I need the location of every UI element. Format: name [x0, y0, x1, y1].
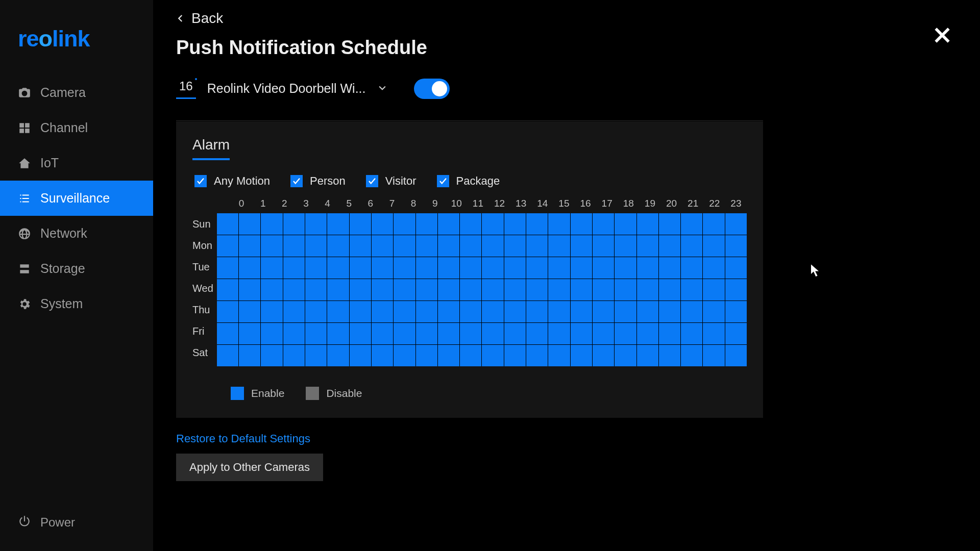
schedule-cell[interactable] — [416, 345, 437, 366]
schedule-cell[interactable] — [460, 213, 481, 235]
check-package[interactable]: Package — [437, 174, 500, 188]
schedule-cell[interactable] — [725, 323, 747, 344]
sidebar-item-surveillance[interactable]: Surveillance — [0, 181, 153, 216]
schedule-cell[interactable] — [659, 235, 680, 257]
schedule-cell[interactable] — [593, 301, 614, 322]
power-button[interactable]: Power — [0, 504, 153, 551]
sidebar-item-iot[interactable]: IoT — [0, 145, 153, 181]
schedule-cell[interactable] — [659, 213, 680, 235]
schedule-cell[interactable] — [725, 213, 747, 235]
schedule-cell[interactable] — [261, 301, 282, 322]
schedule-cell[interactable] — [593, 345, 614, 366]
schedule-cell[interactable] — [571, 257, 592, 279]
schedule-cell[interactable] — [239, 301, 260, 322]
schedule-cell[interactable] — [526, 279, 548, 300]
schedule-cell[interactable] — [725, 345, 747, 366]
schedule-cell[interactable] — [350, 279, 371, 300]
schedule-cell[interactable] — [350, 213, 371, 235]
schedule-cell[interactable] — [526, 213, 548, 235]
schedule-cell[interactable] — [217, 345, 238, 366]
schedule-cell[interactable] — [239, 235, 260, 257]
schedule-cell[interactable] — [504, 213, 526, 235]
schedule-cell[interactable] — [350, 301, 371, 322]
schedule-cell[interactable] — [637, 301, 658, 322]
schedule-cell[interactable] — [327, 301, 349, 322]
schedule-cell[interactable] — [681, 301, 702, 322]
schedule-cell[interactable] — [305, 323, 327, 344]
schedule-cell[interactable] — [261, 257, 282, 279]
schedule-cell[interactable] — [394, 345, 415, 366]
schedule-cell[interactable] — [438, 213, 459, 235]
schedule-cell[interactable] — [482, 323, 503, 344]
schedule-cell[interactable] — [327, 279, 349, 300]
schedule-cell[interactable] — [504, 257, 526, 279]
schedule-cell[interactable] — [482, 213, 503, 235]
schedule-cell[interactable] — [725, 279, 747, 300]
schedule-cell[interactable] — [438, 323, 459, 344]
schedule-cell[interactable] — [261, 345, 282, 366]
schedule-cell[interactable] — [548, 235, 570, 257]
schedule-cell[interactable] — [526, 345, 548, 366]
schedule-cell[interactable] — [703, 213, 724, 235]
schedule-cell[interactable] — [394, 213, 415, 235]
schedule-cell[interactable] — [548, 345, 570, 366]
schedule-cell[interactable] — [571, 323, 592, 344]
restore-defaults-link[interactable]: Restore to Default Settings — [176, 432, 965, 445]
schedule-cell[interactable] — [593, 213, 614, 235]
schedule-cell[interactable] — [460, 301, 481, 322]
schedule-cell[interactable] — [659, 345, 680, 366]
schedule-cell[interactable] — [350, 235, 371, 257]
schedule-cell[interactable] — [372, 279, 393, 300]
schedule-cell[interactable] — [681, 279, 702, 300]
schedule-cell[interactable] — [593, 235, 614, 257]
schedule-cell[interactable] — [350, 345, 371, 366]
sidebar-item-storage[interactable]: Storage — [0, 251, 153, 286]
schedule-cell[interactable] — [504, 301, 526, 322]
schedule-cell[interactable] — [504, 235, 526, 257]
schedule-cell[interactable] — [327, 257, 349, 279]
schedule-cell[interactable] — [305, 213, 327, 235]
schedule-cell[interactable] — [571, 279, 592, 300]
schedule-cell[interactable] — [327, 235, 349, 257]
schedule-cell[interactable] — [394, 257, 415, 279]
schedule-cell[interactable] — [438, 301, 459, 322]
schedule-cell[interactable] — [217, 235, 238, 257]
schedule-cell[interactable] — [438, 257, 459, 279]
schedule-cell[interactable] — [350, 257, 371, 279]
check-person[interactable]: Person — [290, 174, 346, 188]
sidebar-item-system[interactable]: System — [0, 286, 153, 321]
schedule-cell[interactable] — [482, 345, 503, 366]
schedule-cell[interactable] — [283, 257, 305, 279]
schedule-cell[interactable] — [261, 279, 282, 300]
schedule-cell[interactable] — [460, 345, 481, 366]
schedule-cell[interactable] — [261, 235, 282, 257]
schedule-cell[interactable] — [526, 301, 548, 322]
schedule-cell[interactable] — [416, 279, 437, 300]
schedule-cell[interactable] — [504, 345, 526, 366]
schedule-cell[interactable] — [372, 345, 393, 366]
schedule-cell[interactable] — [659, 257, 680, 279]
schedule-cells[interactable] — [217, 213, 747, 366]
schedule-cell[interactable] — [526, 235, 548, 257]
schedule-cell[interactable] — [416, 235, 437, 257]
schedule-cell[interactable] — [372, 323, 393, 344]
schedule-cell[interactable] — [460, 257, 481, 279]
schedule-cell[interactable] — [615, 323, 636, 344]
schedule-cell[interactable] — [703, 345, 724, 366]
schedule-cell[interactable] — [548, 301, 570, 322]
schedule-cell[interactable] — [217, 323, 238, 344]
schedule-cell[interactable] — [681, 323, 702, 344]
schedule-cell[interactable] — [703, 301, 724, 322]
schedule-cell[interactable] — [283, 279, 305, 300]
schedule-cell[interactable] — [217, 257, 238, 279]
schedule-cell[interactable] — [217, 213, 238, 235]
schedule-cell[interactable] — [526, 257, 548, 279]
schedule-cell[interactable] — [548, 257, 570, 279]
schedule-cell[interactable] — [327, 213, 349, 235]
schedule-cell[interactable] — [327, 345, 349, 366]
schedule-cell[interactable] — [438, 235, 459, 257]
schedule-cell[interactable] — [637, 213, 658, 235]
schedule-cell[interactable] — [703, 257, 724, 279]
schedule-cell[interactable] — [637, 235, 658, 257]
schedule-cell[interactable] — [659, 323, 680, 344]
